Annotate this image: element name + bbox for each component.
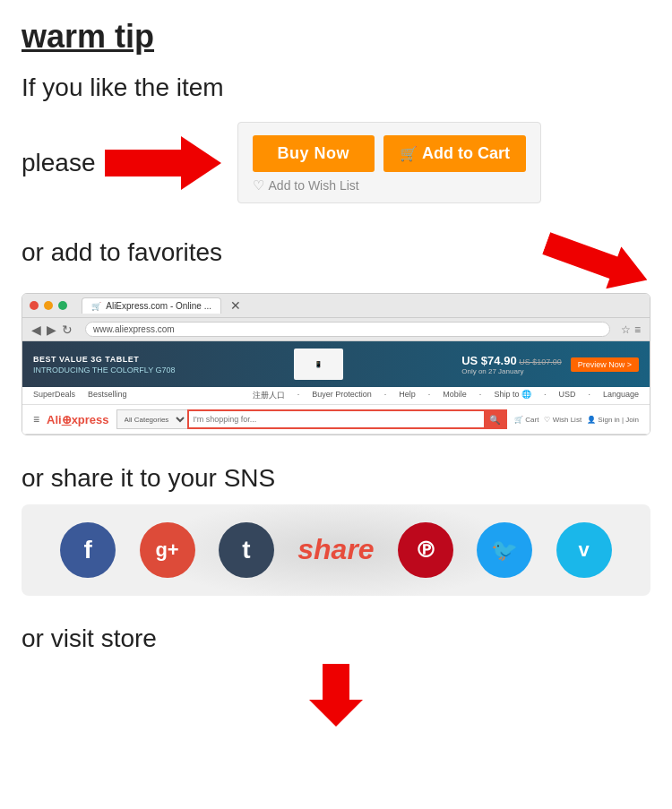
- banner-title: BEST VALUE 3G TABLET: [33, 355, 176, 364]
- price-old: US $107.00: [519, 357, 562, 366]
- search-input[interactable]: [189, 415, 485, 424]
- heart-icon: ♡: [253, 177, 264, 194]
- search-bar: 🔍: [187, 409, 508, 429]
- banner-date: Only on 27 January: [461, 367, 562, 375]
- facebook-icon[interactable]: f: [60, 522, 116, 578]
- down-arrow-icon: [309, 664, 363, 727]
- browser-navbar: ≡ Ali⊕xpress All Categories 🔍 🛒 Cart ♡ W…: [22, 405, 650, 435]
- pinterest-icon[interactable]: ℗: [398, 522, 453, 578]
- wishlist-nav-icon: ♡ Wish List: [544, 416, 582, 424]
- svg-marker-2: [309, 664, 363, 727]
- tablet-image: 📱: [294, 349, 343, 380]
- browser-minimize-dot: [44, 301, 53, 310]
- if-you-like-text: If you like the item: [22, 72, 650, 104]
- buy-row: please Buy Now 🛒 Add to Cart ♡ Add to Wi…: [22, 122, 650, 203]
- browser-mockup: 🛒 AliExpress.com - Online ... ✕ ◀ ▶ ↻ ww…: [22, 293, 650, 435]
- back-icon: ◀: [31, 323, 41, 337]
- aliexpress-logo: Ali⊕xpress: [47, 411, 109, 427]
- page-title: warm tip: [22, 18, 650, 56]
- buy-now-button[interactable]: Buy Now: [253, 135, 375, 172]
- add-to-cart-button[interactable]: 🛒 Add to Cart: [383, 135, 526, 172]
- visit-store-text: or visit store: [22, 623, 650, 655]
- buyer-protection-text: Buyer Protection: [312, 390, 372, 401]
- nav-right: 🛒 Cart ♡ Wish List 👤 Sign in | Join: [514, 416, 639, 424]
- separator2: ·: [384, 390, 387, 401]
- tab-label: AliExpress.com - Online ...: [106, 301, 211, 311]
- separator3: ·: [428, 390, 431, 401]
- google-plus-icon[interactable]: g+: [140, 522, 195, 578]
- separator1: ·: [297, 390, 300, 401]
- banner-price-area: US $74.90 US $107.00 Only on 27 January …: [461, 354, 639, 375]
- categories-dropdown[interactable]: All Categories: [116, 409, 187, 429]
- arrow-to-favorites-icon: [538, 222, 655, 301]
- wish-list-text: Add to Wish List: [269, 178, 359, 193]
- browser-close-dot: [30, 301, 39, 310]
- mobile-text: Mobile: [443, 390, 467, 401]
- new-tab-icon: ✕: [230, 298, 241, 313]
- vimeo-icon[interactable]: v: [556, 522, 612, 578]
- tumblr-icon[interactable]: t: [219, 522, 274, 578]
- hamburger-icon: ≡: [33, 413, 39, 426]
- account-icon: 👤 Sign in | Join: [587, 416, 639, 424]
- buttons-panel: Buy Now 🛒 Add to Cart ♡ Add to Wish List: [237, 122, 542, 203]
- search-button[interactable]: 🔍: [484, 409, 505, 429]
- forward-icon: ▶: [47, 323, 56, 337]
- help-text: Help: [399, 390, 416, 401]
- please-text: please: [22, 149, 96, 177]
- separator6: ·: [588, 390, 590, 401]
- browser-subnav: SuperDeals Bestselling 注册人口 · Buyer Prot…: [22, 387, 650, 405]
- sns-section: or share it to your SNS f g+ t share ℗ 🐦…: [22, 462, 650, 595]
- browser-maximize-dot: [58, 301, 67, 310]
- preview-button[interactable]: Preview Now >: [571, 357, 639, 372]
- refresh-icon: ↻: [62, 323, 73, 337]
- favorites-text: or add to favorites: [22, 237, 222, 269]
- share-label: share: [297, 533, 374, 566]
- browser-tab: 🛒 AliExpress.com - Online ...: [82, 297, 221, 314]
- currency-text: USD: [558, 390, 575, 401]
- sns-icons-container: f g+ t share ℗ 🐦 v: [22, 504, 650, 596]
- svg-marker-0: [105, 136, 221, 190]
- visit-section: or visit store: [22, 623, 650, 727]
- logo-text: Ali⊕xpress: [47, 413, 109, 426]
- separator4: ·: [479, 390, 482, 401]
- register-text: 注册人口: [253, 390, 285, 401]
- separator5: ·: [544, 390, 547, 401]
- superdeals-link[interactable]: SuperDeals: [33, 390, 75, 401]
- cart-nav-icon: 🛒 Cart: [514, 416, 538, 424]
- language-text: Language: [603, 390, 639, 401]
- banner-subtitle: INTRODUCING THE COLORFLY G708: [33, 366, 176, 374]
- add-to-cart-label: Add to Cart: [422, 144, 510, 163]
- svg-marker-1: [538, 222, 655, 301]
- share-sns-text: or share it to your SNS: [22, 462, 650, 495]
- browser-banner: BEST VALUE 3G TABLET INTRODUCING THE COL…: [22, 341, 650, 387]
- price-now: US $74.90: [461, 354, 516, 367]
- address-bar: www.aliexpress.com: [85, 322, 610, 337]
- right-arrow-icon: [105, 136, 221, 190]
- address-text: www.aliexpress.com: [93, 324, 175, 334]
- tab-icon: 🛒: [91, 302, 101, 311]
- menu-icon: ≡: [634, 323, 641, 336]
- bestselling-link[interactable]: Bestselling: [88, 390, 127, 401]
- ship-to-text: Ship to 🌐: [494, 390, 531, 401]
- star-icon: ☆: [621, 323, 631, 336]
- twitter-icon[interactable]: 🐦: [477, 522, 532, 578]
- cart-icon: 🛒: [400, 145, 418, 162]
